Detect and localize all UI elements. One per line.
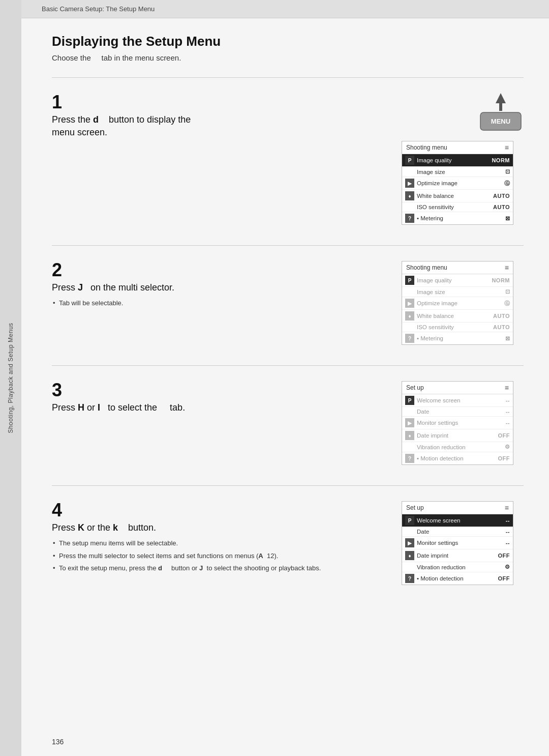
item-text-3-2: Date	[417, 409, 503, 415]
step-4-bullet-2: Press the multi selector to select items…	[52, 551, 386, 561]
menu-row-1-2: Image size ⊡	[402, 167, 513, 177]
divider-1	[52, 77, 524, 78]
menu-title-text-1: Shooting menu	[406, 144, 447, 151]
menu-row-2-3: ▶ Optimize image Ⓖ	[402, 297, 513, 310]
menu-title-text-2: Shooting menu	[406, 264, 447, 271]
tab-p-4: P	[405, 516, 414, 525]
tab-p-3: P	[405, 396, 414, 405]
item-val-3-6: OFF	[498, 455, 510, 461]
item-text-2-3: Optimize image	[417, 300, 502, 306]
step-4: 4 Press K or the k button. The setup men…	[52, 501, 524, 585]
step-3-number: 3	[52, 381, 386, 399]
menu-row-2-4: ♦ White balance AUTO	[402, 310, 513, 323]
item-val-4-5: ⚙	[505, 564, 510, 570]
menu-row-4-4: ♦ Date imprint OFF	[402, 549, 513, 562]
tab-wb-2: ♦	[405, 311, 414, 321]
tab-q-2: ?	[405, 334, 414, 343]
step-2-right: Shooting menu ≡ P Image quality NORM Ima…	[402, 261, 524, 345]
tab-di-4: ♦	[405, 551, 414, 560]
step-2: 2 Press J on the multi selector. Tab wil…	[52, 261, 524, 345]
camera-svg: MENU	[478, 93, 524, 134]
menu-row-4-6: ? • Motion detection OFF	[402, 572, 513, 585]
content-area: Displaying the Setup Menu Choose the tab…	[21, 18, 549, 728]
step-4-left: 4 Press K or the k button. The setup men…	[52, 501, 386, 576]
item-text-4-3: Monitor settings	[417, 540, 503, 546]
step-4-number: 4	[52, 501, 386, 519]
item-text-1-6: • Metering	[417, 215, 503, 221]
item-val-1-1: NORM	[492, 157, 510, 163]
step-2-bullet-1: Tab will be selectable.	[52, 298, 386, 308]
item-text-2-2: Image size	[417, 289, 503, 295]
step-2-number: 2	[52, 261, 386, 279]
item-val-4-3: --	[506, 540, 510, 546]
item-text-2-4: White balance	[417, 313, 491, 319]
item-text-3-1: Welcome screen	[417, 397, 503, 403]
menu-mockup-2: Shooting menu ≡ P Image quality NORM Ima…	[402, 261, 513, 345]
menu-row-1-4: ♦ White balance AUTO	[402, 190, 513, 202]
item-text-3-5: Vibration reduction	[417, 444, 502, 450]
item-val-3-1: --	[506, 397, 510, 403]
menu-row-2-2: Image size ⊡	[402, 287, 513, 297]
item-val-2-1: NORM	[492, 277, 510, 283]
tab-p-1: P	[405, 156, 414, 165]
tab-p-2: P	[405, 276, 414, 285]
menu-row-1-5: ISO sensitivity AUTO	[402, 202, 513, 212]
item-text-1-3: Optimize image	[417, 180, 502, 186]
step-2-left: 2 Press J on the multi selector. Tab wil…	[52, 261, 386, 311]
item-text-3-4: Date imprint	[417, 432, 496, 439]
item-text-1-4: White balance	[417, 193, 491, 199]
step-4-title: Press K or the k button.	[52, 521, 386, 534]
tab-wb-1: ♦	[405, 191, 414, 200]
subtitle: Choose the tab in the menu screen.	[52, 53, 524, 62]
menu-row-3-6: ? • Motion detection OFF	[402, 452, 513, 464]
menu-mockup-1: Shooting menu ≡ P Image quality NORM Ima…	[402, 141, 513, 225]
menu-row-2-5: ISO sensitivity AUTO	[402, 323, 513, 332]
menu-title-text-3: Set up	[406, 384, 424, 391]
svg-rect-1	[499, 103, 502, 111]
tab-play-3: ▶	[405, 418, 414, 427]
item-val-1-2: ⊡	[505, 168, 510, 175]
item-val-2-3: Ⓖ	[504, 300, 510, 307]
item-val-2-5: AUTO	[493, 324, 510, 330]
item-text-2-6: • Metering	[417, 335, 503, 341]
step-2-bullets: Tab will be selectable.	[52, 298, 386, 308]
item-text-4-2: Date	[417, 529, 503, 535]
tab-di-3: ♦	[405, 431, 414, 440]
menu-title-text-4: Set up	[406, 504, 424, 511]
divider-4	[52, 485, 524, 486]
step-4-bullet-1: The setup menu items will be selectable.	[52, 538, 386, 548]
step-3-left: 3 Press H or I to select the tab.	[52, 381, 386, 418]
menu-row-1-1: P Image quality NORM	[402, 154, 513, 167]
page-title: Displaying the Setup Menu	[52, 34, 524, 49]
menu-row-4-1: P Welcome screen --	[402, 514, 513, 527]
tab-q-3: ?	[405, 454, 414, 463]
divider-2	[52, 245, 524, 246]
menu-icon-3: ≡	[505, 384, 509, 392]
menu-mockup-4: Set up ≡ P Welcome screen -- Date --	[402, 501, 513, 585]
camera-illustration: MENU	[402, 93, 524, 136]
page-number: 136	[21, 728, 549, 756]
item-val-4-6: OFF	[498, 575, 510, 581]
menu-mockup-3: Set up ≡ P Welcome screen -- Date --	[402, 381, 513, 465]
step-1-number: 1	[52, 93, 386, 111]
step-3-right: Set up ≡ P Welcome screen -- Date --	[402, 381, 524, 465]
svg-text:MENU: MENU	[491, 118, 510, 125]
sidebar-label: Shooting, Playback and Setup Menus	[7, 323, 14, 433]
item-text-4-4: Date imprint	[417, 553, 496, 559]
menu-icon-1: ≡	[505, 143, 509, 152]
step-1-title: Press the d button to display themenu sc…	[52, 113, 386, 139]
item-val-2-4: AUTO	[493, 313, 510, 319]
item-val-1-6: ⊠	[505, 215, 510, 222]
menu-title-2: Shooting menu ≡	[402, 261, 513, 274]
step-3: 3 Press H or I to select the tab. Set up…	[52, 381, 524, 465]
step-1: 1 Press the d button to display themenu …	[52, 93, 524, 225]
item-val-2-2: ⊡	[505, 288, 510, 295]
step-4-bullets: The setup menu items will be selectable.…	[52, 538, 386, 573]
menu-title-3: Set up ≡	[402, 382, 513, 394]
menu-row-4-2: Date --	[402, 527, 513, 537]
item-val-1-3: Ⓖ	[504, 180, 510, 187]
menu-row-2-6: ? • Metering ⊠	[402, 332, 513, 344]
tab-q-4: ?	[405, 574, 414, 583]
menu-icon-4: ≡	[505, 504, 509, 512]
item-text-2-1: Image quality	[417, 277, 489, 283]
